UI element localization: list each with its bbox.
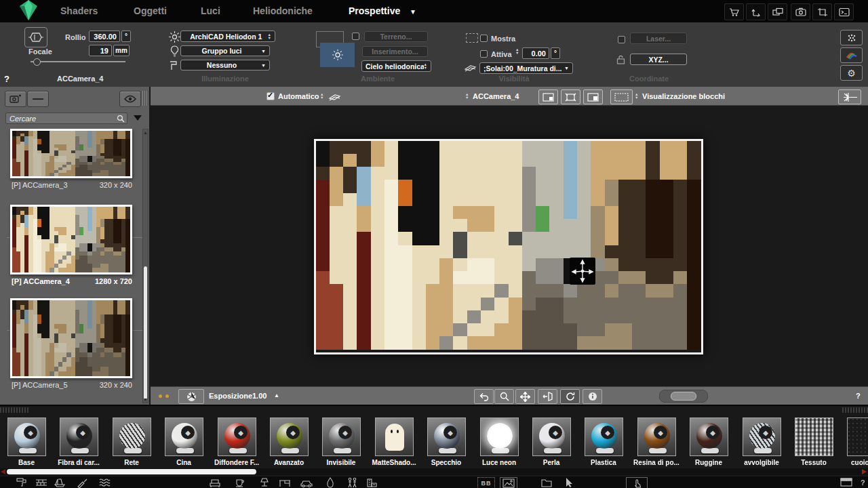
material-tile-diffondere-f-[interactable]: ◆ [218,418,256,456]
mostra-checkbox[interactable] [480,35,488,42]
focale-value-field[interactable]: 19 [89,45,112,56]
paint-roller-icon[interactable] [16,476,28,488]
material-tile-luce-neon[interactable] [480,418,519,456]
light-group-dropdown[interactable]: Gruppo luci▼ [180,45,270,56]
hand-icon[interactable] [626,477,648,488]
attiva-checkbox[interactable] [480,50,488,58]
cup-icon[interactable] [235,476,247,488]
layers-icon[interactable] [328,92,341,102]
sky-dropdown[interactable]: Cielo heliodonica ▲▼ [361,60,431,72]
material-tile-avvolgibile[interactable]: ◆ [743,418,781,456]
zoom-tool-button[interactable] [494,389,514,404]
buildings-icon[interactable] [366,476,378,488]
material-tile-tessuto[interactable] [795,418,833,456]
display-mode-stepper[interactable]: ▲▼ [635,93,638,100]
undo-view-button[interactable] [474,389,494,404]
update-stepper[interactable]: ▲▼ [320,93,323,100]
laser-checkbox[interactable] [618,36,625,43]
fit-view-button[interactable] [538,89,558,104]
search-input[interactable] [5,113,127,124]
crop-view-button[interactable] [583,89,603,104]
water-icon[interactable] [99,476,111,488]
camera-selector-stepper[interactable]: ▲▼ [465,93,469,100]
material-tile-base[interactable]: ◆ [7,418,46,456]
duplicate-view-button[interactable] [768,3,787,20]
help-button[interactable]: ? [4,74,9,84]
bottom-help-button[interactable]: ? [861,476,865,488]
esposizione-value[interactable]: 1.00 [252,392,267,400]
prospettive-caret-icon[interactable]: ▼ [410,8,416,16]
camera-thumbnail[interactable] [10,298,132,378]
tab-heliodoniche[interactable]: Heliodoniche [253,5,313,16]
flame-icon[interactable] [324,476,336,488]
render-spark-button[interactable] [838,89,861,104]
people-icon[interactable] [347,476,359,488]
image-icon[interactable] [500,477,517,488]
xyz-button[interactable]: XYZ... [630,54,687,65]
cursor-icon[interactable] [566,476,574,488]
material-tile-cuoio-g-[interactable] [847,418,868,456]
tab-oggetti[interactable]: Oggetti [134,5,167,16]
list-options-caret[interactable] [134,115,142,125]
automatico-checkbox[interactable]: ✓ [267,92,275,100]
focale-slider-track[interactable] [31,61,125,62]
panel-grip[interactable] [142,91,149,106]
bb-box-icon[interactable]: BB [477,477,495,488]
angle-value-field[interactable]: 0.00 [522,47,549,59]
display-mode-label[interactable]: Visualizzazione blocchi [642,92,725,100]
camera-thumbnail[interactable] [10,205,132,274]
materials-scrollbar-thumb[interactable] [7,469,256,474]
pan-tool-button[interactable] [515,389,535,404]
shop-cart-button[interactable] [724,3,744,20]
esposizione-up-arrow[interactable]: ▲ [274,392,279,399]
material-tile-cina[interactable]: ◆ [165,418,203,456]
tab-prospettive[interactable]: Prospettive [349,5,400,16]
camera-thumbnail[interactable] [10,129,132,178]
preview-region-button[interactable] [610,89,633,104]
terrain-checkbox[interactable] [352,33,359,40]
quality-slider-track[interactable] [659,390,708,403]
terrain-button[interactable]: Terreno... [364,31,428,42]
material-tile-resina-di-po-[interactable]: ◆ [637,418,676,456]
expand-view-button[interactable] [561,89,580,104]
materials-scroll-right-arrow[interactable] [862,469,867,474]
heliodon-dropdown[interactable]: ArchiCAD Heliodon 1 ▲▼ [180,30,275,42]
armchair-icon[interactable] [209,476,221,488]
tab-luci[interactable]: Luci [201,5,220,16]
material-tile-matteshado-[interactable] [375,418,414,456]
bricks-icon[interactable] [35,476,47,488]
info-button[interactable] [583,389,602,404]
materials-scroll-left-arrow[interactable] [1,469,5,474]
move-axes-button[interactable] [746,3,766,20]
folder-icon[interactable] [540,476,553,488]
settings-gear-button[interactable]: ⚙ [840,65,863,81]
toggle-visibility-eye-button[interactable] [119,91,141,107]
lamp-icon[interactable] [259,476,271,488]
render-preview-image[interactable] [316,141,701,350]
camera-type-button[interactable] [24,27,47,47]
navigation-gizmo[interactable] [570,258,595,285]
aperture-button[interactable] [178,389,204,404]
angle-stepper[interactable]: ▲▼ [515,48,519,55]
scroll-down-arrow[interactable]: ▼ [143,397,148,402]
material-tile-ruggine[interactable]: ◆ [690,418,728,456]
material-tile-fibra-di-car-[interactable]: ◆ [60,418,98,456]
window-icon[interactable] [840,476,852,488]
color-correction-button[interactable] [840,47,863,63]
material-tile-rete[interactable] [113,418,151,456]
crop-frame-button[interactable] [812,3,832,20]
add-camera-button[interactable] [5,91,26,107]
ambient-sky-swatch[interactable] [320,43,355,67]
boat-icon[interactable] [54,476,66,488]
desk-icon[interactable] [279,476,291,488]
material-tile-plastica[interactable]: ◆ [585,418,623,456]
viewport-help-button[interactable]: ? [856,392,861,400]
material-tile-perla[interactable]: ◆ [532,418,571,456]
scroll-up-arrow[interactable]: ▲ [143,130,148,135]
render-viewport[interactable] [151,106,868,386]
rollio-value-field[interactable]: 360.00 [89,30,120,42]
walk-tool-button[interactable] [538,389,557,404]
insert-button[interactable]: Inserimento... [362,46,428,57]
render-dots-button[interactable] [840,30,863,45]
tab-shaders[interactable]: Shaders [60,5,98,16]
